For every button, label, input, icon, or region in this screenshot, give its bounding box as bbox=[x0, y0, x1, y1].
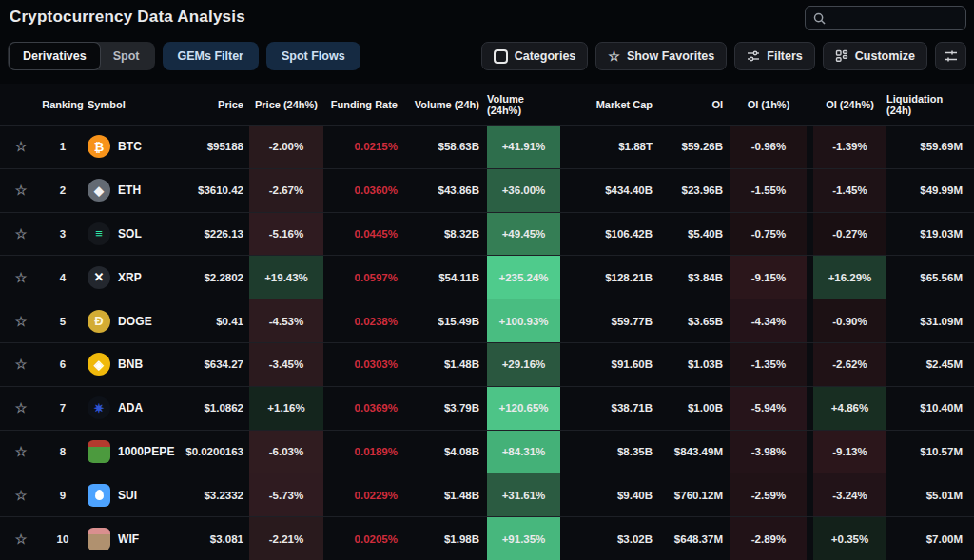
volume-24h-cell: $1.48B bbox=[409, 343, 487, 386]
categories-button[interactable]: Categories bbox=[481, 42, 589, 70]
volume-24h-cell: $1.48B bbox=[409, 473, 487, 516]
liquidation-24h-cell: $59.69M bbox=[886, 126, 974, 168]
oi-1h-pct-cell: -9.15% bbox=[730, 256, 807, 299]
volume-24h-pct-cell: +100.93% bbox=[487, 299, 560, 342]
coin-icon-wif bbox=[88, 528, 110, 550]
oi-cell: $1.03B bbox=[666, 343, 730, 386]
symbol-cell: SUI bbox=[84, 473, 175, 516]
oi-cell: $59.26B bbox=[666, 126, 730, 168]
customize-layout-icon bbox=[835, 49, 848, 63]
table-row-eth[interactable]: ☆2◆ETH$3610.42-2.67%0.0360%$43.86B+36.00… bbox=[0, 168, 974, 212]
market-cap-cell: $9.40B bbox=[560, 473, 666, 516]
oi-1h-pct-cell: -1.35% bbox=[730, 343, 807, 386]
market-cap-cell: $38.71B bbox=[560, 387, 666, 430]
funding-rate-cell: 0.0189% bbox=[323, 431, 409, 473]
table-row-1000pepe[interactable]: ☆81000PEPE$0.0200163-6.03%0.0189%$4.08B+… bbox=[0, 430, 974, 473]
favorite-star-icon[interactable]: ☆ bbox=[15, 270, 28, 285]
price-cell: $1.0862 bbox=[175, 387, 249, 430]
market-cap-cell: $91.60B bbox=[560, 343, 666, 386]
table-row-xrp[interactable]: ☆4✕XRP$2.2802+19.43%0.0597%$54.11B+235.2… bbox=[0, 255, 974, 299]
crypto-dashboard: Cryptocurrency Data Analysis Derivatives… bbox=[0, 0, 974, 560]
price-cell: $2.2802 bbox=[175, 256, 249, 299]
toolbar-right-group: Categories ☆ Show Favorites Filters bbox=[481, 42, 966, 70]
price-cell: $0.0200163 bbox=[175, 431, 249, 473]
favorite-cell: ☆ bbox=[0, 387, 42, 430]
customize-button[interactable]: Customize bbox=[823, 42, 927, 70]
volume-24h-cell: $3.79B bbox=[409, 387, 487, 430]
categories-checkbox[interactable] bbox=[494, 49, 508, 64]
oi-1h-pct-cell: -3.98% bbox=[730, 431, 807, 473]
top-bar: Cryptocurrency Data Analysis bbox=[0, 0, 974, 36]
oi-24h-pct-cell: -0.27% bbox=[807, 213, 886, 256]
liquidation-24h-cell: $10.57M bbox=[886, 431, 974, 473]
table-row-bnb[interactable]: ☆6◈BNB$634.27-3.45%0.0303%$1.48B+29.16%$… bbox=[0, 342, 974, 386]
market-cap-cell: $8.35B bbox=[560, 431, 666, 473]
coin-icon-bnb: ◈ bbox=[88, 353, 110, 376]
favorite-star-icon[interactable]: ☆ bbox=[15, 488, 28, 503]
market-cap-cell: $1.88T bbox=[560, 126, 666, 168]
search-input[interactable] bbox=[831, 10, 958, 26]
spot-flows-button[interactable]: Spot Flows bbox=[266, 42, 360, 70]
volume-24h-cell: $15.49B bbox=[409, 299, 487, 342]
column-header-ranking[interactable]: Ranking bbox=[42, 99, 84, 110]
favorite-star-icon[interactable]: ☆ bbox=[15, 400, 28, 415]
volume-24h-pct-cell: +36.00% bbox=[487, 169, 560, 212]
favorite-star-icon[interactable]: ☆ bbox=[15, 357, 28, 372]
gems-filter-button[interactable]: GEMs Filter bbox=[163, 42, 259, 70]
table-row-sol[interactable]: ☆3≡SOL$226.13-5.16%0.0445%$8.32B+49.45%$… bbox=[0, 212, 974, 256]
symbol-name: 1000PEPE bbox=[118, 445, 175, 458]
symbol-name: SOL bbox=[118, 227, 142, 241]
tab-derivatives[interactable]: Derivatives bbox=[10, 43, 100, 69]
coin-icon-sui bbox=[88, 484, 110, 507]
favorite-star-icon[interactable]: ☆ bbox=[15, 444, 28, 459]
favorite-star-icon[interactable]: ☆ bbox=[15, 531, 28, 547]
column-header-market-cap[interactable]: Market Cap bbox=[560, 99, 666, 110]
symbol-cell: ÐDOGE bbox=[84, 299, 175, 342]
favorite-cell: ☆ bbox=[0, 256, 42, 299]
funding-rate-cell: 0.0360% bbox=[323, 169, 409, 212]
price-24h-pct-cell: +1.16% bbox=[249, 387, 323, 430]
table-row-btc[interactable]: ☆1₿BTC$95188-2.00%0.0215%$58.63B+41.91%$… bbox=[0, 125, 974, 168]
column-header-symbol[interactable]: Symbol bbox=[84, 99, 175, 110]
column-header-oi[interactable]: OI bbox=[666, 99, 730, 110]
volume-24h-cell: $1.98B bbox=[409, 517, 487, 560]
tab-spot[interactable]: Spot bbox=[100, 43, 153, 69]
column-header-volume-24h-[interactable]: Volume (24h%) bbox=[487, 93, 560, 116]
table-row-ada[interactable]: ☆7✷ADA$1.0862+1.16%0.0369%$3.79B+120.65%… bbox=[0, 386, 974, 430]
display-settings-button[interactable] bbox=[935, 42, 966, 70]
column-header-price-24h-[interactable]: Price (24h%) bbox=[249, 99, 323, 110]
table-row-wif[interactable]: ☆10WIF$3.081-2.21%0.0205%$1.98B+91.35%$3… bbox=[0, 516, 974, 560]
table-row-doge[interactable]: ☆5ÐDOGE$0.41-4.53%0.0238%$15.49B+100.93%… bbox=[0, 299, 974, 342]
page-title: Cryptocurrency Data Analysis bbox=[10, 8, 245, 27]
column-header-volume-24h-[interactable]: Volume (24h) bbox=[409, 99, 487, 110]
market-type-toggle: Derivatives Spot bbox=[8, 42, 155, 70]
volume-24h-pct-cell: +91.35% bbox=[487, 517, 560, 560]
funding-rate-cell: 0.0445% bbox=[323, 213, 409, 256]
oi-24h-pct-cell: -9.13% bbox=[807, 431, 886, 473]
market-cap-cell: $3.02B bbox=[560, 517, 666, 560]
price-cell: $3610.42 bbox=[175, 169, 249, 212]
column-header-funding-rate[interactable]: Funding Rate bbox=[323, 99, 409, 110]
favorite-star-icon[interactable]: ☆ bbox=[15, 314, 28, 329]
column-header-oi-24h-[interactable]: OI (24h%) bbox=[807, 99, 886, 110]
favorite-cell: ☆ bbox=[0, 126, 42, 168]
table-row-sui[interactable]: ☆9SUI$3.2332-5.73%0.0229%$1.48B+31.61%$9… bbox=[0, 473, 974, 516]
column-header-liquidation-24h-[interactable]: Liquidation (24h) bbox=[886, 93, 974, 116]
price-24h-pct-cell: -5.16% bbox=[249, 213, 323, 256]
filters-button[interactable]: Filters bbox=[734, 42, 815, 70]
crypto-table: RankingSymbolPricePrice (24h%)Funding Ra… bbox=[0, 84, 974, 560]
price-24h-pct-cell: -2.00% bbox=[249, 126, 323, 168]
show-favorites-button[interactable]: ☆ Show Favorites bbox=[595, 42, 727, 70]
rank-cell: 10 bbox=[42, 517, 84, 560]
volume-24h-cell: $43.86B bbox=[409, 169, 487, 212]
column-header-oi-1h-[interactable]: OI (1h%) bbox=[730, 99, 807, 110]
price-24h-pct-cell: -5.73% bbox=[249, 473, 323, 516]
oi-cell: $760.12M bbox=[666, 473, 730, 516]
favorite-star-icon[interactable]: ☆ bbox=[15, 139, 28, 154]
search-box[interactable] bbox=[805, 6, 966, 30]
favorite-star-icon[interactable]: ☆ bbox=[15, 183, 28, 198]
column-header-price[interactable]: Price bbox=[175, 99, 249, 110]
rank-cell: 4 bbox=[42, 256, 84, 299]
volume-24h-cell: $54.11B bbox=[409, 256, 487, 299]
favorite-star-icon[interactable]: ☆ bbox=[15, 226, 28, 241]
